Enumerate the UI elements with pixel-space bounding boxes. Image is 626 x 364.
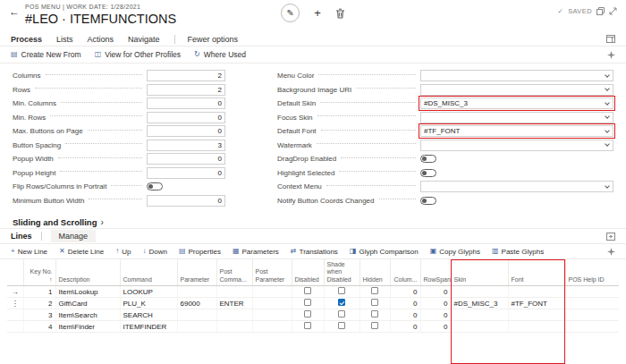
key-no-cell[interactable]: 1 <box>23 286 55 298</box>
skin-cell[interactable] <box>451 321 508 333</box>
pos-help-id-cell[interactable] <box>565 321 619 333</box>
column-header-command[interactable]: Command <box>120 259 177 286</box>
input-popup-height[interactable]: 0 <box>147 167 225 179</box>
parameter-cell[interactable] <box>177 286 216 298</box>
skin-cell[interactable]: #DS_MISC_3 <box>451 298 508 309</box>
tab-lines[interactable]: Lines <box>11 232 32 241</box>
new-button[interactable]: + <box>314 7 321 19</box>
post-command-cell[interactable] <box>216 321 252 333</box>
column-header-colum[interactable]: Colum... <box>390 259 420 286</box>
pos-help-id-cell[interactable] <box>565 286 619 298</box>
section-sliding-and-scrolling[interactable]: Sliding and Scrolling › <box>0 213 626 229</box>
checkbox-hidden[interactable] <box>371 287 378 294</box>
font-cell[interactable] <box>508 321 565 333</box>
column-header-shade-when-disabled[interactable]: Shade when Disabled <box>324 259 360 286</box>
restore-window-icon[interactable] <box>596 7 605 15</box>
row-span-cell[interactable]: 0 <box>420 321 451 333</box>
column-header-post-parameter[interactable]: Post Parameter <box>252 259 292 286</box>
open-in-window-icon[interactable] <box>606 35 615 43</box>
column-span-cell[interactable]: 0 <box>390 286 420 298</box>
post-parameter-cell[interactable] <box>252 286 292 298</box>
key-no-cell[interactable]: 2 <box>23 298 55 309</box>
post-command-cell[interactable]: ENTER <box>216 298 252 309</box>
column-header-rowspan[interactable]: RowSpan <box>420 259 451 286</box>
pos-help-id-cell[interactable] <box>565 298 619 309</box>
select-watermark[interactable] <box>420 140 613 151</box>
input-columns[interactable]: 2 <box>147 70 225 81</box>
select-focus-skin[interactable] <box>420 112 613 123</box>
input-max-buttons-on-page[interactable]: 0 <box>147 125 225 137</box>
column-header-key-no[interactable]: Key No. ↑ <box>23 259 55 286</box>
checkbox-shade-when-disabled[interactable] <box>338 299 345 306</box>
checkbox-disabled[interactable] <box>304 299 311 306</box>
post-command-cell[interactable] <box>216 286 252 298</box>
edit-button[interactable]: ✎ <box>281 4 300 22</box>
menu-item-fewer-options[interactable]: Fewer options <box>174 35 239 44</box>
checkbox-hidden[interactable] <box>371 310 378 317</box>
column-header-skin[interactable]: Skin <box>451 259 508 286</box>
parameter-cell[interactable] <box>177 309 216 321</box>
lines-action-translations[interactable]: ⇄Translations <box>291 248 338 256</box>
toggle-dragdrop-enabled[interactable] <box>420 155 436 163</box>
input-popup-width[interactable]: 0 <box>147 153 225 165</box>
toggle-notify-button-coords-changed[interactable] <box>420 197 436 205</box>
post-command-cell[interactable] <box>216 309 252 321</box>
lines-action-parameters[interactable]: ▦Parameters <box>233 248 279 256</box>
row-span-cell[interactable]: 0 <box>420 286 451 298</box>
skin-cell[interactable] <box>451 309 508 321</box>
column-header-pos-help-id[interactable]: POS Help ID <box>565 259 619 286</box>
post-parameter-cell[interactable] <box>252 309 292 321</box>
delete-button[interactable] <box>335 8 345 19</box>
lines-action-delete-line[interactable]: ✕Delete Line <box>59 248 104 256</box>
lines-personalize-icon[interactable] <box>607 248 615 256</box>
column-header-parameter[interactable]: Parameter <box>177 259 216 286</box>
command-cell[interactable]: PLU_K <box>120 298 177 309</box>
font-cell[interactable]: #TF_FONT <box>508 298 565 309</box>
key-no-cell[interactable]: 3 <box>23 309 55 321</box>
checkbox-disabled[interactable] <box>304 322 311 329</box>
action-create-new-from[interactable]: ▤Create New From <box>11 50 81 59</box>
input-min-rows[interactable]: 0 <box>147 112 225 123</box>
action-where-used[interactable]: ↻Where Used <box>194 50 246 59</box>
post-parameter-cell[interactable] <box>252 321 292 333</box>
select-context-menu[interactable] <box>420 181 613 192</box>
input-button-spacing[interactable]: 3 <box>147 140 225 151</box>
skin-cell[interactable] <box>451 286 508 298</box>
checkbox-shade-when-disabled[interactable] <box>338 322 345 329</box>
menu-item-navigate[interactable]: Navigate <box>128 35 160 44</box>
expand-part-icon[interactable] <box>606 233 615 241</box>
select-default-skin[interactable]: #DS_MISC_3 <box>420 97 613 109</box>
row-span-cell[interactable]: 0 <box>420 309 451 321</box>
row-span-cell[interactable]: 0 <box>420 298 451 309</box>
checkbox-disabled[interactable] <box>304 310 311 317</box>
checkbox-hidden[interactable] <box>371 299 378 306</box>
column-header-hidden[interactable]: Hidden <box>360 259 390 286</box>
parameter-cell[interactable]: 69000 <box>177 298 216 309</box>
command-cell[interactable]: SEARCH <box>120 309 177 321</box>
key-no-cell[interactable]: 4 <box>23 321 55 333</box>
menu-item-actions[interactable]: Actions <box>88 35 114 44</box>
menu-item-lists[interactable]: Lists <box>56 35 73 44</box>
description-cell[interactable]: Item\Finder <box>55 321 120 333</box>
personalize-icon[interactable] <box>607 51 615 59</box>
input-min-columns[interactable]: 0 <box>147 97 225 109</box>
checkbox-hidden[interactable] <box>371 322 378 329</box>
lines-action-new-line[interactable]: +New Line <box>11 248 47 256</box>
back-button[interactable]: ← <box>9 6 20 17</box>
command-cell[interactable]: ITEMFINDER <box>120 321 177 333</box>
checkbox-shade-when-disabled[interactable] <box>338 310 345 317</box>
toggle-highlight-selected[interactable] <box>420 169 436 177</box>
lines-action-down[interactable]: ↓Down <box>142 248 166 256</box>
column-span-cell[interactable]: 0 <box>390 298 420 309</box>
select-background-image-uri[interactable] <box>420 84 613 96</box>
column-span-cell[interactable]: 0 <box>390 309 420 321</box>
input-rows[interactable]: 2 <box>147 84 225 96</box>
description-cell[interactable]: Gift\Card <box>55 298 120 309</box>
description-cell[interactable]: Item\Search <box>55 309 120 321</box>
column-header-description[interactable]: Description <box>55 259 120 286</box>
post-parameter-cell[interactable] <box>252 298 292 309</box>
checkbox-shade-when-disabled[interactable] <box>338 287 345 294</box>
command-cell[interactable]: LOOKUP <box>120 286 177 298</box>
parameter-cell[interactable] <box>177 321 216 333</box>
font-cell[interactable] <box>508 309 565 321</box>
